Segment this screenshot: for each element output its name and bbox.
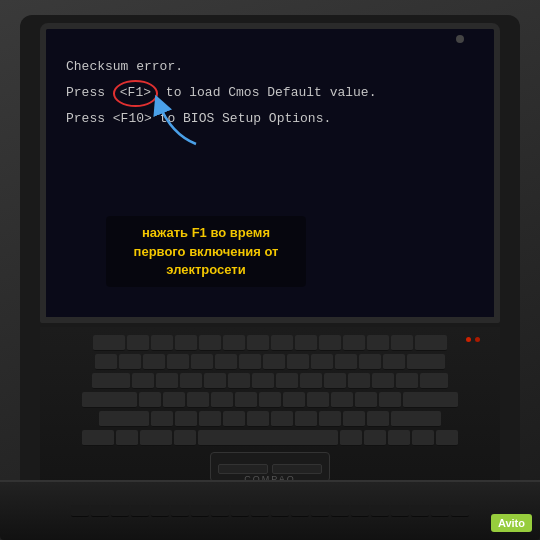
- key-a: [139, 392, 161, 408]
- key-row-num: [60, 354, 480, 370]
- bios-text: Checksum error. Press <F1> to load Cmos …: [66, 57, 474, 131]
- sk-14: [331, 505, 349, 517]
- key-altgr: [340, 430, 362, 446]
- sk-6: [171, 505, 189, 517]
- key-ctrl: [82, 430, 114, 446]
- key-7: [263, 354, 285, 370]
- sk-2: [91, 505, 109, 517]
- key-tab: [92, 373, 130, 389]
- key-f5: [223, 335, 245, 351]
- key-t: [228, 373, 250, 389]
- key-period: [343, 411, 365, 427]
- key-o: [324, 373, 346, 389]
- key-q: [132, 373, 154, 389]
- key-f10: [343, 335, 365, 351]
- bios-press-2: Press: [66, 111, 113, 126]
- key-f7: [271, 335, 293, 351]
- sk-11: [271, 505, 289, 517]
- key-1: [119, 354, 141, 370]
- keyboard-area: Compaq: [40, 327, 500, 492]
- touchpad-right-btn[interactable]: [272, 464, 322, 474]
- key-6: [239, 354, 261, 370]
- sk-16: [371, 505, 389, 517]
- key-8: [287, 354, 309, 370]
- key-up: [388, 430, 410, 446]
- key-rbracket: [396, 373, 418, 389]
- sk-4: [131, 505, 149, 517]
- key-comma: [319, 411, 341, 427]
- key-g: [235, 392, 257, 408]
- avito-badge: Avito: [491, 514, 532, 532]
- key-row-q: [60, 373, 480, 389]
- key-eq: [383, 354, 405, 370]
- key-right: [436, 430, 458, 446]
- key-9: [311, 354, 333, 370]
- key-f3: [175, 335, 197, 351]
- sk-7: [191, 505, 209, 517]
- webcam-dot: [456, 35, 464, 43]
- key-u: [276, 373, 298, 389]
- key-v: [223, 411, 245, 427]
- bios-line-3: Press <F10> to BIOS Setup Options.: [66, 109, 474, 130]
- bios-press-1: Press: [66, 85, 113, 100]
- key-4: [191, 354, 213, 370]
- key-i: [300, 373, 322, 389]
- key-2: [143, 354, 165, 370]
- key-f2: [151, 335, 173, 351]
- key-space: [198, 430, 338, 446]
- key-alt: [174, 430, 196, 446]
- key-rshift: [391, 411, 441, 427]
- indicator-lights: [466, 337, 480, 342]
- key-c: [199, 411, 221, 427]
- key-fn: [116, 430, 138, 446]
- sk-20: [451, 505, 469, 517]
- key-h: [259, 392, 281, 408]
- key-0: [335, 354, 357, 370]
- key-lshift: [99, 411, 149, 427]
- key-f9: [319, 335, 341, 351]
- key-backspace: [407, 354, 445, 370]
- key-f8: [295, 335, 317, 351]
- sk-9: [231, 505, 249, 517]
- key-esc: [93, 335, 125, 351]
- key-capslock: [82, 392, 137, 408]
- key-row-space: [60, 430, 480, 446]
- sk-17: [391, 505, 409, 517]
- page-container: Webcam Checksum error. Press <F1> to loa…: [0, 0, 540, 540]
- key-j: [283, 392, 305, 408]
- screen-content: Checksum error. Press <F1> to load Cmos …: [46, 29, 494, 317]
- key-f4: [199, 335, 221, 351]
- key-n: [271, 411, 293, 427]
- arrow-annotation: [141, 84, 211, 154]
- bios-line-1: Checksum error.: [66, 57, 474, 78]
- key-tilde: [95, 354, 117, 370]
- key-s: [163, 392, 185, 408]
- key-enter: [403, 392, 458, 408]
- key-row-fn: [60, 335, 480, 351]
- sk-12: [291, 505, 309, 517]
- touchpad-left-btn[interactable]: [218, 464, 268, 474]
- power-light: [466, 337, 471, 342]
- key-quote: [379, 392, 401, 408]
- laptop-body: Webcam Checksum error. Press <F1> to loa…: [20, 15, 520, 525]
- key-row-z: [60, 411, 480, 427]
- key-semi: [355, 392, 377, 408]
- key-row-a: [60, 392, 480, 408]
- sk-8: [211, 505, 229, 517]
- key-left: [364, 430, 386, 446]
- annotation-text: нажать F1 во время первого включения от …: [118, 224, 294, 279]
- key-3: [167, 354, 189, 370]
- hdd-light: [475, 337, 480, 342]
- sk-3: [111, 505, 129, 517]
- key-r: [204, 373, 226, 389]
- key-y: [252, 373, 274, 389]
- key-down: [412, 430, 434, 446]
- key-lbracket: [372, 373, 394, 389]
- sk-10: [251, 505, 269, 517]
- key-p: [348, 373, 370, 389]
- sk-18: [411, 505, 429, 517]
- key-d: [187, 392, 209, 408]
- key-w: [156, 373, 178, 389]
- key-f1: [127, 335, 149, 351]
- sk-1: [71, 505, 89, 517]
